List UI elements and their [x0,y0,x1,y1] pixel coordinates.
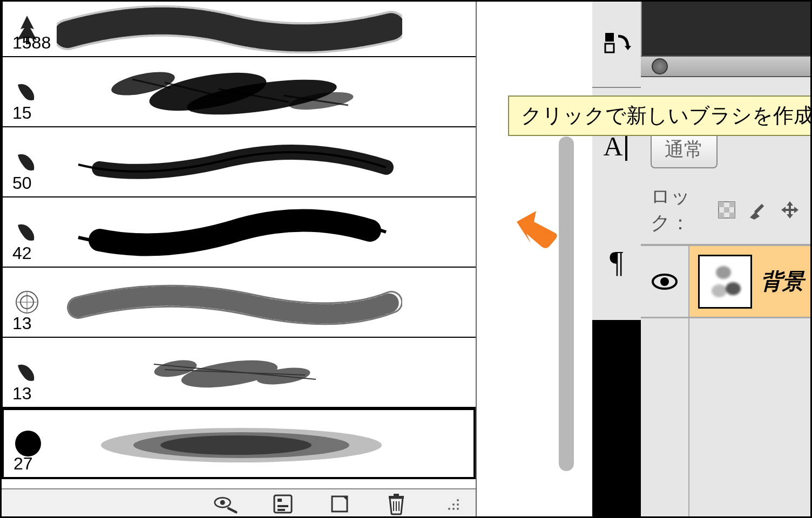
delete-brush-icon[interactable] [384,492,408,516]
toggle-preview-icon[interactable] [214,492,238,516]
svg-point-37 [452,508,455,510]
lock-row: ロック： [641,176,810,245]
layers-empty-area [641,318,810,518]
layer-visibility-toggle[interactable] [641,246,689,317]
paragraph-tool-label: ¶ [610,245,623,280]
svg-point-36 [448,508,450,510]
brush-row[interactable]: 13 [2,268,476,338]
brush-list: 1588 15 [2,2,476,488]
brush-size-label: 50 [12,173,32,193]
svg-point-35 [457,503,459,506]
brush-size-label: 13 [12,313,32,333]
tooltip-new-brush: クリックで新しいブラシを作成 [508,96,812,136]
new-brush-icon[interactable] [327,492,351,516]
brush-row-selected[interactable]: 27 [2,408,476,479]
tool-strip-dark-area [592,320,641,518]
lock-label: ロック： [651,183,707,236]
svg-rect-45 [719,213,724,218]
brush-row[interactable]: 42 [2,197,476,268]
brush-stroke-preview [57,5,402,53]
svg-point-33 [457,499,459,501]
svg-point-34 [452,503,455,506]
layer-row[interactable]: 背景 [641,245,810,318]
svg-rect-27 [332,496,347,512]
resize-grip-icon[interactable] [441,492,465,516]
paint-lock-icon[interactable] [747,199,768,221]
svg-rect-44 [724,207,729,213]
svg-rect-47 [754,204,764,214]
svg-rect-25 [278,505,288,507]
brush-row[interactable]: 50 [2,127,476,197]
svg-point-20 [160,435,312,455]
transparency-lock-icon[interactable] [718,199,736,221]
brush-size-label: 13 [12,384,32,404]
layer-thumbnail [698,255,752,309]
color-swap-area [592,2,641,88]
brush-row[interactable]: 1588 [2,2,476,57]
brush-size-label: 15 [12,103,32,123]
svg-rect-26 [278,509,285,511]
brush-size-label: 1588 [12,33,51,53]
svg-rect-29 [394,494,399,496]
blend-mode-dropdown[interactable]: 通常 [651,131,718,168]
brush-size-label: 27 [13,454,33,474]
brush-stroke-preview [57,138,402,186]
brush-list-scrollbar[interactable] [559,137,574,471]
brush-stroke-preview [57,348,402,397]
tooltip-text: クリックで新しいブラシを作成 [521,104,812,127]
move-lock-icon[interactable] [779,199,801,221]
annotation-arrow-icon [510,207,559,255]
brush-stroke-preview [57,67,402,116]
svg-point-38 [457,508,459,510]
brush-row[interactable]: 13 [2,338,476,408]
color-swap-icon[interactable] [600,28,633,60]
vertical-tool-strip: A| ¶ [592,2,641,518]
save-preset-icon[interactable] [270,492,295,516]
brush-stroke-preview [57,208,402,256]
brush-row[interactable]: 15 [2,57,476,127]
brush-size-label: 42 [12,243,32,263]
svg-point-22 [220,500,225,505]
layers-panel: 通常 ロック： 背景 [641,2,810,518]
svg-rect-39 [605,33,614,42]
brush-panel-toolbar [2,488,476,518]
svg-rect-24 [278,499,282,502]
svg-rect-46 [729,213,735,218]
brush-presets-panel: 1588 15 [2,2,477,518]
opacity-slider-track[interactable] [641,56,810,77]
layers-panel-header [641,2,810,56]
svg-rect-42 [719,202,724,207]
blend-mode-label: 通常 [665,138,703,160]
layer-name-label: 背景 [761,267,804,296]
svg-rect-43 [729,202,735,207]
opacity-slider-knob[interactable] [652,58,668,74]
svg-rect-40 [605,44,614,52]
paragraph-tool-icon[interactable]: ¶ [600,246,633,278]
brush-stroke-preview [58,419,403,468]
brush-stroke-preview [57,278,402,326]
svg-point-49 [660,277,669,286]
svg-point-17 [15,431,41,456]
